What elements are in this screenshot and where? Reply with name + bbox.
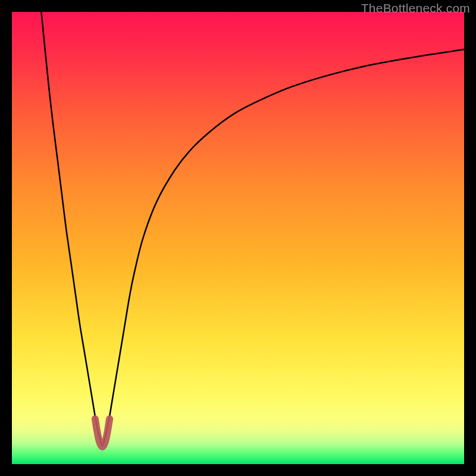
watermark-text: TheBottleneck.com <box>361 1 470 15</box>
curve-path <box>41 12 464 446</box>
optimum-marker <box>95 419 109 447</box>
chart-container: TheBottleneck.com <box>0 0 476 476</box>
plot-area <box>12 12 464 464</box>
bottleneck-curve <box>12 12 464 464</box>
